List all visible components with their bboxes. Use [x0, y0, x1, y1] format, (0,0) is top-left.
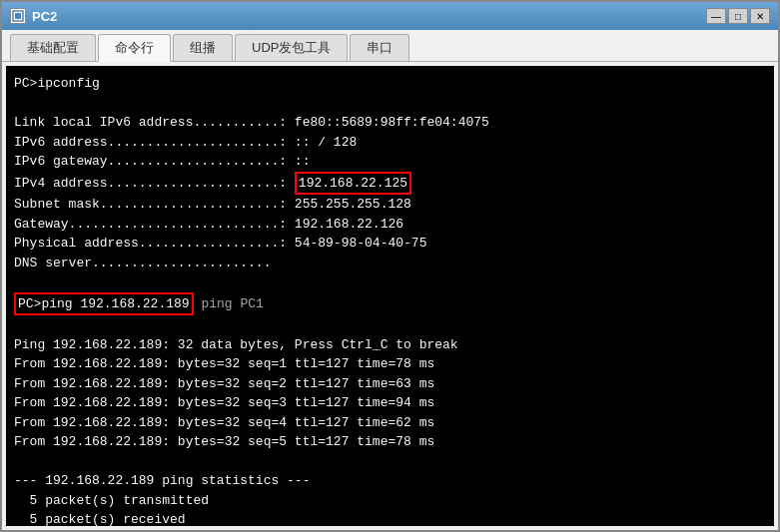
terminal-line: DNS server.......................	[14, 254, 766, 273]
maximize-button[interactable]: □	[728, 8, 748, 24]
terminal-line	[14, 315, 766, 335]
terminal-line: PC>ping 192.168.22.189 ping PC1	[14, 292, 766, 316]
terminal-line	[14, 272, 766, 292]
tab-bar: 基础配置 命令行 组播 UDP发包工具 串口	[2, 30, 778, 62]
terminal-line: 5 packet(s) transmitted	[14, 491, 766, 511]
terminal-line: 5 packet(s) received	[14, 510, 766, 526]
terminal-lines: PC>ipconfig Link local IPv6 address.....…	[14, 74, 766, 526]
tab-udp-tool[interactable]: UDP发包工具	[235, 34, 348, 61]
terminal-line: Subnet mask.......................: 255.…	[14, 195, 766, 215]
terminal-line: From 192.168.22.189: bytes=32 seq=4 ttl=…	[14, 413, 766, 433]
terminal-line: Gateway...........................: 192.…	[14, 215, 766, 235]
terminal-line	[14, 94, 766, 114]
tab-multicast[interactable]: 组播	[173, 34, 233, 61]
terminal-line: Ping 192.168.22.189: 32 data bytes, Pres…	[14, 335, 766, 355]
close-button[interactable]: ✕	[750, 8, 770, 24]
terminal-line: From 192.168.22.189: bytes=32 seq=5 ttl=…	[14, 432, 766, 452]
minimize-button[interactable]: —	[706, 8, 726, 24]
terminal-line: IPv6 address......................: :: /…	[14, 133, 766, 153]
terminal-line: From 192.168.22.189: bytes=32 seq=2 ttl=…	[14, 374, 766, 394]
main-window: PC2 — □ ✕ 基础配置 命令行 组播 UDP发包工具 串口 PC>ipco…	[0, 0, 780, 532]
tab-basic-config[interactable]: 基础配置	[10, 34, 96, 61]
terminal-line: IPv4 address......................: 192.…	[14, 172, 766, 196]
window-icon	[10, 8, 26, 24]
terminal-line: Link local IPv6 address...........: fe80…	[14, 113, 766, 133]
terminal-line	[14, 452, 766, 472]
terminal-output[interactable]: PC>ipconfig Link local IPv6 address.....…	[6, 66, 774, 526]
window-title: PC2	[32, 9, 57, 24]
terminal-line: PC>ipconfig	[14, 74, 766, 94]
terminal-line: IPv6 gateway......................: ::	[14, 152, 766, 172]
terminal-line: Physical address..................: 54-8…	[14, 234, 766, 254]
svg-rect-1	[15, 13, 21, 19]
tab-command-line[interactable]: 命令行	[98, 34, 171, 62]
title-bar: PC2 — □ ✕	[2, 2, 778, 30]
terminal-line: From 192.168.22.189: bytes=32 seq=3 ttl=…	[14, 393, 766, 413]
tab-serial[interactable]: 串口	[350, 34, 409, 61]
terminal-line: --- 192.168.22.189 ping statistics ---	[14, 471, 766, 491]
terminal-line: From 192.168.22.189: bytes=32 seq=1 ttl=…	[14, 354, 766, 374]
